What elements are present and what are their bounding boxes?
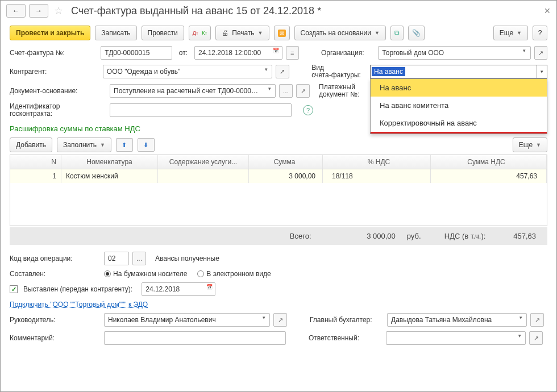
gosid-field[interactable] (110, 103, 292, 117)
basis-ellipsis-button[interactable]: … (279, 84, 293, 98)
invoice-type-combo[interactable]: На аванс ▾ На аванс На аванс комитента К… (370, 65, 547, 78)
chevron-down-icon[interactable]: ▾ (515, 333, 524, 339)
chevron-down-icon: ▼ (536, 142, 541, 148)
chevron-down-icon[interactable]: ▾ (520, 48, 529, 53)
mail-button[interactable]: ✉ (274, 26, 290, 40)
issued-label: Выставлен (передан контрагенту): (23, 285, 132, 293)
chevron-down-icon[interactable]: ▾ (261, 66, 271, 72)
help-button[interactable]: ? (533, 26, 547, 40)
nav-back[interactable]: ← (6, 4, 26, 18)
fill-button[interactable]: Заполнить ▼ (57, 137, 111, 152)
envelope-icon: ✉ (278, 30, 286, 37)
chevron-down-icon[interactable]: ▾ (537, 65, 547, 78)
printer-icon: 🖨 (222, 29, 228, 37)
save-button[interactable]: Записать (95, 26, 136, 40)
close-icon[interactable]: ✕ (544, 6, 551, 15)
structure-button[interactable]: ⧉ (390, 26, 404, 40)
org-open-button[interactable]: ↗ (534, 46, 547, 60)
paperclip-icon: 📎 (412, 29, 421, 37)
op-code-desc: Авансы полученные (149, 255, 219, 262)
invoice-type-option[interactable]: На аванс комитента (371, 97, 547, 114)
basis-open-button[interactable]: ↗ (296, 84, 310, 98)
date-field[interactable]: 24.12.2018 12:00:00 📅 (194, 46, 282, 60)
composed-electronic-radio[interactable]: В электронном виде (197, 270, 271, 278)
op-code-pick-button[interactable]: … (132, 252, 146, 265)
invoice-type-option[interactable]: Корректировочный на аванс (371, 114, 547, 132)
director-label: Руководитель: (10, 316, 101, 324)
invoice-type-option[interactable]: На аванс (371, 79, 547, 97)
chevron-down-icon: ▼ (517, 30, 522, 36)
responsible-field[interactable]: ▾ (386, 331, 526, 345)
tree-icon: ⧉ (394, 29, 400, 37)
post-and-close-button[interactable]: Провести и закрыть (10, 26, 90, 40)
number-field[interactable]: ТД00-0000015 (101, 46, 172, 60)
responsible-open-button[interactable]: ↗ (529, 331, 543, 345)
accountant-label: Главный бухгалтер: (310, 316, 384, 324)
basis-label: Документ-основание: (10, 87, 106, 95)
totals-bar: Всего: 3 000,00 руб. НДС (в т.ч.): 457,6… (10, 227, 547, 245)
vat-grid[interactable]: N Номенклатура Содержание услуги... Сумм… (10, 155, 547, 226)
chevron-down-icon: ▼ (100, 142, 105, 148)
accountant-open-button[interactable]: ↗ (530, 313, 544, 327)
comment-label: Комментарий: (10, 334, 101, 342)
chevron-down-icon[interactable]: ▾ (265, 86, 274, 91)
chevron-down-icon[interactable]: ▾ (516, 315, 525, 320)
edo-link[interactable]: Подключить "ООО ""Торговый дом""" к ЭДО (10, 301, 148, 308)
responsible-label: Ответственный: (309, 334, 383, 342)
org-label: Организация: (321, 49, 375, 57)
comment-field[interactable] (104, 331, 286, 345)
col-service-desc[interactable]: Содержание услуги... (158, 155, 249, 169)
number-label: Счет-фактура №: (10, 49, 97, 57)
op-code-field[interactable]: 02 (104, 252, 129, 265)
move-down-button[interactable]: ⬇ (138, 138, 155, 152)
issued-checkbox[interactable]: ✓ (10, 285, 18, 293)
composed-paper-radio[interactable]: На бумажном носителе (104, 270, 187, 278)
attach-button[interactable]: 📎 (408, 26, 425, 40)
director-field[interactable]: Николаев Владимир Анатольевич ▾ (104, 313, 270, 327)
issued-date-field[interactable]: 24.12.2018 📅 (142, 282, 215, 296)
contractor-label: Контрагент: (10, 68, 99, 76)
col-vat-pct[interactable]: % НДС (323, 155, 431, 169)
director-open-button[interactable]: ↗ (273, 313, 287, 327)
contractor-open-button[interactable]: ↗ (276, 65, 289, 78)
col-nomenclature[interactable]: Номенклатура (61, 155, 158, 169)
create-based-button[interactable]: Создать на основании ▼ (294, 26, 386, 40)
help-icon[interactable]: ? (303, 105, 313, 115)
favorite-icon[interactable]: ☆ (52, 5, 65, 17)
col-sum[interactable]: Сумма (249, 155, 323, 169)
chevron-down-icon: ▼ (258, 30, 263, 36)
accountant-field[interactable]: Давыдова Татьяна Михайловна ▾ (387, 313, 527, 327)
org-field[interactable]: Торговый дом ООО ▾ (378, 46, 530, 60)
basis-field[interactable]: Поступление на расчетный счет ТД00-00001… (110, 84, 276, 98)
move-up-button[interactable]: ⬆ (116, 138, 133, 152)
window-title: Счет-фактура выданный на аванс 15 от 24.… (71, 5, 321, 17)
from-label: от: (176, 49, 191, 57)
nav-forward[interactable]: → (29, 4, 48, 18)
gosid-label: Идентификаторгосконтракта: (10, 103, 106, 118)
calendar-icon[interactable]: 📅 (272, 48, 281, 53)
calendar-icon[interactable]: 📅 (205, 284, 214, 290)
paydoc-label: Платежныйдокумент №: (319, 84, 375, 98)
table-row[interactable]: 1 Костюм женский 3 000,00 18/118 457,63 (10, 169, 547, 183)
date-menu-button[interactable]: ≡ (286, 46, 299, 60)
table-more-button[interactable]: Еще ▼ (513, 137, 547, 152)
print-button[interactable]: 🖨 Печать ▼ (215, 26, 269, 40)
col-vat-sum[interactable]: Сумма НДС (431, 155, 547, 169)
invoice-type-label: Видсчета-фактуры: (311, 64, 367, 79)
invoice-type-dropdown: На аванс На аванс комитента Корректирово… (370, 78, 547, 134)
dtkt-button[interactable]: ДтКт (189, 26, 211, 40)
col-n[interactable]: N (10, 155, 61, 169)
red-underline (371, 132, 547, 134)
composed-label: Составлен: (10, 270, 101, 278)
chevron-down-icon[interactable]: ▾ (259, 315, 268, 320)
post-button[interactable]: Провести (142, 26, 184, 40)
add-row-button[interactable]: Добавить (10, 137, 52, 152)
op-code-label: Код вида операции: (10, 255, 101, 262)
contractor-field[interactable]: ООО "Одежда и обувь" ▾ (103, 65, 272, 78)
chevron-down-icon: ▼ (375, 30, 380, 36)
more-button[interactable]: Еще ▼ (493, 26, 528, 40)
